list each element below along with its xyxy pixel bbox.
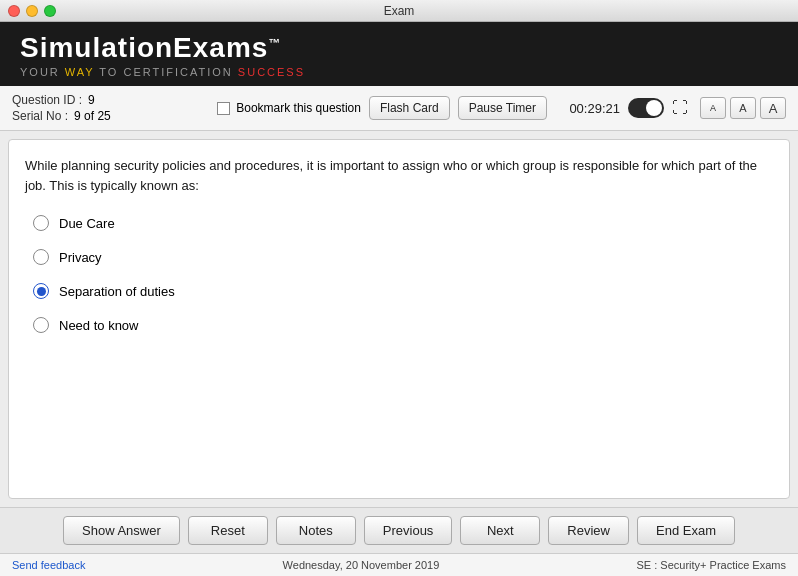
- subtitle-to: TO CERTIFICATION: [99, 66, 232, 78]
- answer-option-d[interactable]: Need to know: [33, 317, 773, 333]
- brand-subtitle: YOUR WAY TO CERTIFICATION SUCCESS: [20, 66, 305, 78]
- info-bar: Question ID : 9 Serial No : 9 of 25 Book…: [0, 86, 798, 131]
- answer-label-c: Separation of duties: [59, 284, 175, 299]
- answer-label-d: Need to know: [59, 318, 139, 333]
- radio-c[interactable]: [33, 283, 49, 299]
- question-text: While planning security policies and pro…: [25, 156, 773, 195]
- footer-date: Wednesday, 20 November 2019: [283, 559, 440, 571]
- bookmark-area[interactable]: Bookmark this question: [217, 101, 361, 115]
- question-area: While planning security policies and pro…: [8, 139, 790, 499]
- flash-card-button[interactable]: Flash Card: [369, 96, 450, 120]
- subtitle-success: SUCCESS: [238, 66, 305, 78]
- brand-header: SimulationExams™ YOUR WAY TO CERTIFICATI…: [0, 22, 798, 86]
- serial-no-value: 9 of 25: [74, 109, 111, 123]
- bookmark-label: Bookmark this question: [236, 101, 361, 115]
- question-id-label: Question ID :: [12, 93, 82, 107]
- review-button[interactable]: Review: [548, 516, 629, 545]
- timer-display: 00:29:21: [555, 101, 620, 116]
- font-medium-button[interactable]: A: [730, 97, 756, 119]
- answer-label-a: Due Care: [59, 216, 115, 231]
- end-exam-button[interactable]: End Exam: [637, 516, 735, 545]
- question-id-value: 9: [88, 93, 95, 107]
- font-large-button[interactable]: A: [760, 97, 786, 119]
- next-button[interactable]: Next: [460, 516, 540, 545]
- toggle-switch[interactable]: [628, 98, 664, 118]
- answer-label-b: Privacy: [59, 250, 102, 265]
- show-answer-button[interactable]: Show Answer: [63, 516, 180, 545]
- serial-no-row: Serial No : 9 of 25: [12, 108, 209, 124]
- bookmark-checkbox[interactable]: [217, 102, 230, 115]
- trademark: ™: [268, 36, 281, 50]
- question-id-row: Question ID : 9: [12, 92, 209, 108]
- answer-option-b[interactable]: Privacy: [33, 249, 773, 265]
- brand-title: SimulationExams™: [20, 32, 281, 64]
- radio-b[interactable]: [33, 249, 49, 265]
- subtitle-way: WAY: [65, 66, 100, 78]
- toggle-knob: [646, 100, 662, 116]
- subtitle-your: YOUR: [20, 66, 60, 78]
- notes-button[interactable]: Notes: [276, 516, 356, 545]
- traffic-lights: [8, 5, 56, 17]
- question-info-row: Question ID : 9 Serial No : 9 of 25: [12, 92, 209, 124]
- close-button[interactable]: [8, 5, 20, 17]
- window-title: Exam: [384, 4, 415, 18]
- radio-a[interactable]: [33, 215, 49, 231]
- answer-options: Due CarePrivacySeparation of dutiesNeed …: [25, 215, 773, 333]
- pause-timer-button[interactable]: Pause Timer: [458, 96, 547, 120]
- main-container: SimulationExams™ YOUR WAY TO CERTIFICATI…: [0, 22, 798, 576]
- answer-option-a[interactable]: Due Care: [33, 215, 773, 231]
- footer-product: SE : Security+ Practice Exams: [637, 559, 786, 571]
- answer-option-c[interactable]: Separation of duties: [33, 283, 773, 299]
- radio-d[interactable]: [33, 317, 49, 333]
- maximize-button[interactable]: [44, 5, 56, 17]
- footer: Send feedback Wednesday, 20 November 201…: [0, 553, 798, 576]
- feedback-link[interactable]: Send feedback: [12, 559, 85, 571]
- expand-icon[interactable]: ⛶: [672, 99, 688, 117]
- font-small-button[interactable]: A: [700, 97, 726, 119]
- reset-button[interactable]: Reset: [188, 516, 268, 545]
- radio-inner-c: [37, 287, 46, 296]
- minimize-button[interactable]: [26, 5, 38, 17]
- serial-no-label: Serial No :: [12, 109, 68, 123]
- previous-button[interactable]: Previous: [364, 516, 453, 545]
- action-bar: Show Answer Reset Notes Previous Next Re…: [0, 507, 798, 553]
- title-bar: Exam: [0, 0, 798, 22]
- font-size-buttons: A A A: [700, 97, 786, 119]
